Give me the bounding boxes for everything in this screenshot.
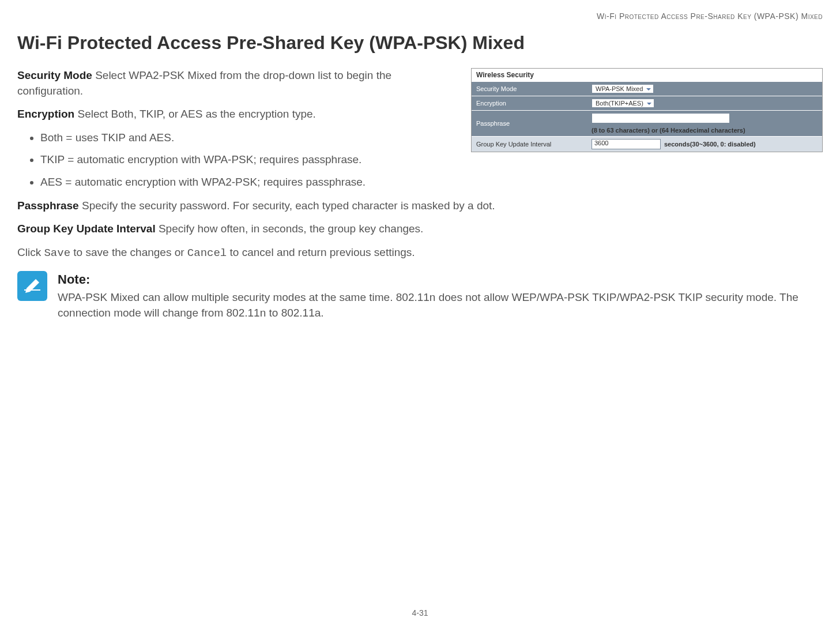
security-mode-label: Security Mode: [472, 82, 587, 96]
passphrase-term: Passphrase: [17, 199, 79, 212]
note-title: Note:: [58, 271, 823, 289]
save-suffix: to cancel and return previous settings.: [227, 246, 415, 258]
page-title: Wi-Fi Protected Access Pre-Shared Key (W…: [17, 32, 823, 54]
row-encryption: Encryption Both(TKIP+AES): [472, 96, 822, 111]
passphrase-hint: (8 to 63 characters) or (64 Hexadecimal …: [592, 127, 745, 134]
encryption-term: Encryption: [17, 108, 74, 120]
save-cancel-para: Click Save to save the changes or Cancel…: [17, 245, 823, 261]
encryption-text: Select Both, TKIP, or AES as the encrypt…: [74, 108, 316, 120]
note-body: WPA-PSK Mixed can allow multiple securit…: [58, 290, 823, 321]
save-code: Save: [44, 247, 70, 259]
group-key-label: Group Key Update Interval: [472, 137, 587, 152]
svg-marker-1: [25, 279, 39, 293]
running-header: Wi-Fi Protected Access Pre-Shared Key (W…: [17, 12, 823, 21]
passphrase-text: Specify the security password. For secur…: [79, 199, 495, 212]
row-group-key: Group Key Update Interval 3600 seconds(3…: [472, 137, 822, 152]
save-mid: to save the changes or: [70, 246, 187, 258]
encryption-dropdown[interactable]: Both(TKIP+AES): [592, 99, 654, 108]
row-passphrase: Passphrase (8 to 63 characters) or (64 H…: [472, 111, 822, 137]
panel-title: Wireless Security: [472, 69, 822, 81]
bullet-tkip: TKIP = automatic encryption with WPA-PSK…: [40, 152, 823, 168]
row-security-mode: Security Mode WPA-PSK Mixed: [472, 82, 822, 96]
security-mode-term: Security Mode: [17, 69, 92, 81]
note-icon: [17, 271, 47, 301]
encryption-label: Encryption: [472, 96, 587, 111]
group-key-term: Group Key Update Interval: [17, 223, 156, 235]
cancel-code: Cancel: [187, 247, 227, 259]
save-prefix: Click: [17, 246, 44, 258]
passphrase-input[interactable]: [592, 113, 730, 123]
wireless-security-panel: Wireless Security Security Mode WPA-PSK …: [471, 68, 823, 152]
passphrase-para: Passphrase Specify the security password…: [17, 198, 823, 214]
pencil-icon: [22, 276, 43, 296]
group-key-text: Specify how often, in seconds, the group…: [156, 223, 424, 235]
settings-table: Security Mode WPA-PSK Mixed Encryption B…: [472, 81, 822, 152]
note-block: Note: WPA-PSK Mixed can allow multiple s…: [17, 271, 823, 321]
security-mode-dropdown[interactable]: WPA-PSK Mixed: [592, 84, 654, 93]
group-key-input[interactable]: 3600: [592, 139, 661, 149]
group-key-suffix: seconds(30~3600, 0: disabled): [664, 141, 756, 148]
group-key-para: Group Key Update Interval Specify how of…: [17, 221, 823, 237]
bullet-aes: AES = automatic encryption with WPA2-PSK…: [40, 175, 823, 190]
passphrase-label: Passphrase: [472, 111, 587, 137]
